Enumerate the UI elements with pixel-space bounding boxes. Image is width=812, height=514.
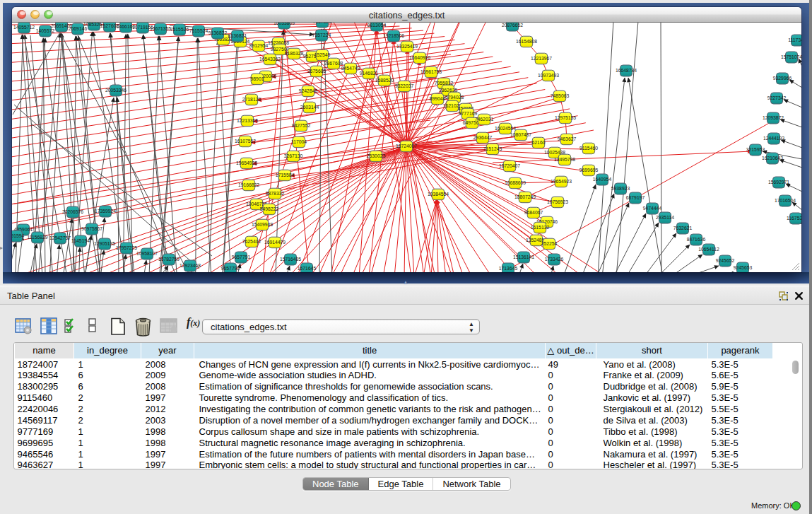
svg-text:9657792: 9657792 [221,266,240,271]
svg-text:2935114: 2935114 [656,215,674,220]
svg-text:19654923: 19654923 [551,179,572,184]
svg-text:1145194: 1145194 [71,238,90,243]
svg-text:90975867: 90975867 [81,226,102,231]
svg-text:8912954: 8912954 [249,43,269,48]
svg-text:9245652: 9245652 [716,258,735,263]
svg-text:16024554: 16024554 [495,126,516,131]
svg-text:16648784: 16648784 [616,68,637,73]
svg-text:16961758: 16961758 [420,69,442,74]
svg-text:6794028: 6794028 [445,95,464,100]
svg-text:15751074: 15751074 [781,54,801,59]
svg-text:19218506: 19218506 [383,33,404,38]
svg-text:16210643: 16210643 [762,156,783,160]
svg-text:5938923: 5938923 [611,186,630,191]
svg-text:7632621: 7632621 [673,226,693,230]
svg-text:9136822: 9136822 [208,30,228,35]
svg-text:19384554: 19384554 [428,192,449,197]
svg-text:2718126: 2718126 [242,97,261,102]
svg-text:11156829: 11156829 [27,235,47,240]
svg-text:8454749: 8454749 [341,66,360,71]
svg-text:9322037: 9322037 [395,83,414,88]
svg-text:8878332: 8878332 [266,191,285,196]
svg-text:1167534: 1167534 [787,216,801,221]
svg-text:7357225: 7357225 [313,23,332,24]
svg-text:9699695: 9699695 [579,168,599,173]
svg-text:5498222: 5498222 [260,206,279,211]
svg-text:15136141: 15136141 [513,255,534,259]
svg-text:16782759: 16782759 [158,257,180,262]
svg-text:14055712: 14055712 [13,25,35,30]
svg-text:2603144: 2603144 [300,105,319,110]
svg-text:9227342: 9227342 [767,95,787,100]
svg-text:3267130: 3267130 [284,153,303,158]
svg-text:9684067: 9684067 [524,210,543,215]
svg-text:12213369: 12213369 [237,118,258,123]
svg-text:10688609: 10688609 [505,180,526,185]
svg-text:2936447: 2936447 [473,135,493,140]
svg-text:9463627: 9463627 [558,136,577,141]
svg-text:18807249: 18807249 [514,194,536,199]
svg-text:3675685: 3675685 [307,69,326,74]
svg-text:7625402: 7625402 [242,239,261,244]
svg-text:8813054: 8813054 [367,23,387,28]
svg-text:152546: 152546 [314,52,331,57]
svg-text:391594: 391594 [12,233,25,238]
svg-text:1588520: 1588520 [375,78,394,83]
svg-text:8471636: 8471636 [687,237,706,242]
svg-text:15720407: 15720407 [499,163,520,168]
svg-text:98901: 98901 [251,76,264,81]
svg-text:8136821: 8136821 [228,33,247,38]
svg-text:12213967: 12213967 [531,56,552,61]
svg-text:18724007: 18724007 [396,144,417,148]
svg-text:2530023: 2530023 [367,153,386,158]
svg-text:3215953: 3215953 [746,147,765,152]
svg-text:899044: 899044 [430,96,446,101]
svg-text:15716485: 15716485 [280,257,301,262]
svg-text:19166822: 19166822 [238,182,259,187]
svg-text:7515524: 7515524 [189,28,208,33]
svg-text:1733426: 1733426 [545,257,564,262]
svg-text:16543362: 16543362 [259,57,281,62]
svg-text:9245653: 9245653 [734,265,753,270]
svg-text:20206576: 20206576 [62,209,83,214]
svg-text:12905135: 12905135 [94,241,115,246]
svg-text:117004: 117004 [291,139,307,144]
svg-text:9777169: 9777169 [459,111,478,116]
svg-text:15692971: 15692971 [768,180,789,185]
svg-text:10807487: 10807487 [510,132,531,137]
svg-text:62160: 62160 [532,140,546,145]
svg-text:10756923: 10756923 [547,199,568,204]
svg-text:252254: 252254 [541,241,558,246]
svg-text:9146821: 9146821 [360,71,379,76]
svg-text:12093872: 12093872 [763,115,784,120]
svg-text:10973493: 10973493 [538,73,559,78]
svg-text:16914479: 16914479 [264,240,286,245]
svg-text:17016504: 17016504 [775,198,796,203]
svg-text:8186328: 8186328 [285,51,304,56]
svg-text:1117345: 1117345 [788,37,801,42]
svg-text:8427552: 8427552 [292,123,311,128]
svg-text:10654112: 10654112 [698,247,719,252]
svg-text:12942757: 12942757 [49,235,71,240]
svg-text:7151243: 7151243 [483,146,502,151]
svg-text:17957225: 17957225 [116,245,137,250]
svg-text:9474444: 9474444 [643,206,662,211]
svg-text:7515526: 7515526 [170,27,189,32]
svg-text:2069146: 2069146 [69,26,88,31]
svg-text:9657791: 9657791 [232,255,251,259]
svg-text:13325419: 13325419 [396,44,418,49]
svg-text:16671355: 16671355 [150,26,171,31]
svg-text:7462031: 7462031 [475,117,494,122]
svg-text:1713645: 1713645 [499,266,518,271]
svg-text:7357224: 7357224 [312,33,331,37]
svg-text:19654938: 19654938 [236,160,257,165]
svg-text:16154808: 16154808 [516,39,537,44]
svg-text:17359924: 17359924 [95,209,116,214]
svg-text:12975135: 12975135 [555,115,576,120]
svg-text:9329966: 9329966 [773,76,792,81]
svg-text:10958107: 10958107 [136,251,158,256]
svg-text:20053346: 20053346 [105,88,126,93]
svg-text:16107552: 16107552 [235,139,256,144]
svg-text:9115460: 9115460 [579,146,598,151]
svg-text:15409948: 15409948 [252,222,273,227]
